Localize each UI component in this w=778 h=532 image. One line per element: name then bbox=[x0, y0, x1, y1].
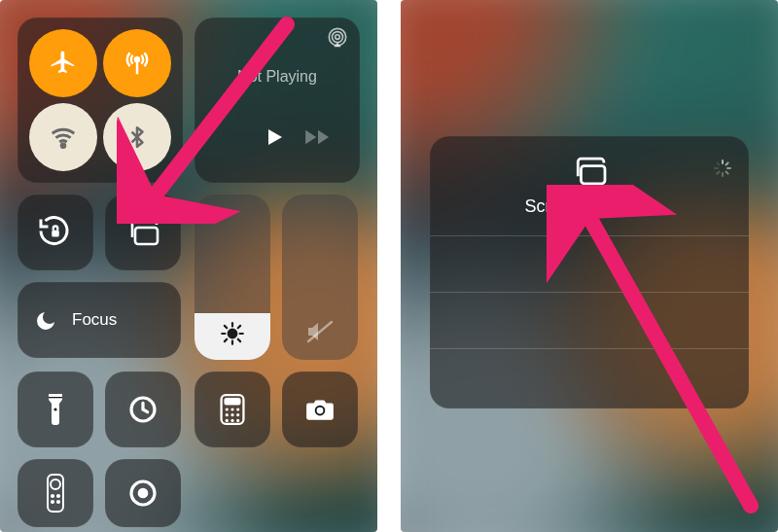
volume-mute-icon bbox=[282, 319, 358, 344]
calculator-button[interactable] bbox=[194, 372, 270, 447]
cellular-data-toggle[interactable] bbox=[103, 29, 171, 97]
svg-point-2 bbox=[61, 144, 65, 148]
svg-line-13 bbox=[225, 326, 227, 328]
mirroring-device-row[interactable] bbox=[430, 235, 749, 292]
play-icon bbox=[263, 124, 286, 150]
play-button[interactable] bbox=[263, 124, 286, 150]
antenna-icon bbox=[123, 49, 152, 78]
lock-rotation-icon bbox=[38, 215, 73, 250]
svg-point-4 bbox=[333, 32, 343, 43]
screen-mirroring-sheet-title: Screen Mirroring bbox=[430, 196, 749, 217]
svg-rect-7 bbox=[135, 228, 158, 244]
svg-point-36 bbox=[52, 495, 53, 497]
svg-point-37 bbox=[57, 495, 59, 497]
svg-point-0 bbox=[135, 57, 139, 61]
svg-rect-22 bbox=[226, 399, 240, 404]
forward-icon bbox=[303, 126, 333, 148]
svg-line-14 bbox=[238, 339, 240, 341]
svg-point-28 bbox=[236, 413, 239, 416]
control-center-screenshot: Not Playing Focus bbox=[0, 0, 377, 532]
screen-mirroring-sheet[interactable]: Screen Mirroring bbox=[430, 136, 749, 408]
bluetooth-icon bbox=[124, 123, 150, 152]
screen-mirroring-sheet-icon bbox=[430, 156, 749, 187]
flashlight-icon bbox=[46, 393, 65, 426]
svg-point-3 bbox=[336, 35, 340, 40]
record-icon bbox=[127, 478, 159, 509]
svg-point-30 bbox=[230, 419, 233, 422]
timer-button[interactable] bbox=[105, 372, 181, 447]
svg-point-41 bbox=[138, 488, 149, 499]
now-playing-status: Not Playing bbox=[194, 68, 360, 86]
mirroring-device-row[interactable] bbox=[430, 348, 749, 405]
focus-label: Focus bbox=[72, 310, 117, 330]
timer-icon bbox=[127, 394, 159, 425]
moon-icon bbox=[35, 308, 58, 332]
mirroring-device-row[interactable] bbox=[430, 292, 749, 348]
volume-slider[interactable] bbox=[282, 195, 358, 360]
camera-icon bbox=[304, 397, 336, 422]
screen-record-button[interactable] bbox=[105, 459, 181, 527]
svg-point-33 bbox=[317, 408, 324, 414]
calculator-icon bbox=[219, 394, 246, 425]
brightness-slider[interactable] bbox=[194, 195, 270, 360]
svg-point-25 bbox=[236, 408, 239, 410]
screen-mirroring-button[interactable] bbox=[105, 195, 181, 270]
airplane-icon bbox=[49, 49, 78, 78]
svg-line-15 bbox=[225, 339, 227, 341]
svg-point-18 bbox=[53, 408, 56, 410]
svg-point-27 bbox=[230, 413, 233, 416]
screenshot-divider bbox=[377, 0, 401, 532]
svg-point-39 bbox=[57, 501, 59, 503]
bluetooth-toggle[interactable] bbox=[103, 103, 171, 171]
svg-point-24 bbox=[230, 408, 233, 410]
svg-rect-43 bbox=[581, 166, 605, 184]
orientation-lock-button[interactable] bbox=[18, 195, 93, 270]
airplane-mode-toggle[interactable] bbox=[29, 29, 97, 97]
svg-rect-6 bbox=[52, 231, 59, 237]
connectivity-group[interactable] bbox=[18, 18, 183, 183]
now-playing-tile[interactable]: Not Playing bbox=[194, 18, 360, 183]
svg-point-29 bbox=[226, 419, 229, 422]
svg-line-16 bbox=[238, 326, 240, 328]
flashlight-button[interactable] bbox=[18, 372, 93, 447]
apple-tv-remote-button[interactable] bbox=[18, 459, 93, 527]
svg-point-35 bbox=[51, 479, 60, 489]
svg-point-8 bbox=[229, 330, 237, 338]
forward-button[interactable] bbox=[303, 126, 333, 148]
svg-point-31 bbox=[236, 419, 239, 422]
brightness-icon bbox=[194, 321, 270, 346]
svg-point-23 bbox=[226, 408, 229, 410]
svg-point-26 bbox=[226, 413, 229, 416]
camera-button[interactable] bbox=[282, 372, 358, 447]
loading-spinner-icon bbox=[714, 160, 731, 177]
svg-point-38 bbox=[52, 501, 53, 503]
remote-icon bbox=[46, 473, 65, 514]
focus-button[interactable]: Focus bbox=[18, 282, 181, 358]
airplay-audio-icon[interactable] bbox=[327, 27, 348, 49]
svg-rect-19 bbox=[49, 397, 62, 398]
wifi-icon bbox=[49, 123, 78, 152]
wifi-toggle[interactable] bbox=[29, 103, 97, 171]
screen-mirroring-screenshot: Screen Mirroring bbox=[401, 0, 778, 532]
screen-mirroring-icon bbox=[125, 218, 160, 247]
